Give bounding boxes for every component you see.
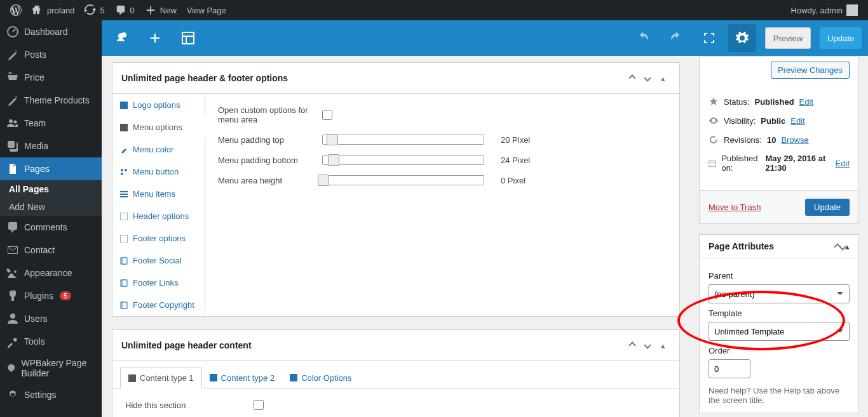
menu-contact[interactable]: Contact — [0, 239, 102, 261]
pin-icon — [709, 96, 719, 107]
htab-ct1[interactable]: Content type 1 — [120, 367, 202, 388]
template-select[interactable]: Unlimited Template — [709, 322, 850, 341]
pad-bottom-label: Menu padding bottom — [218, 156, 312, 165]
updates-link[interactable]: 5 — [79, 0, 109, 20]
vtab-menu-button[interactable]: Menu button — [112, 161, 205, 183]
wp-logo-editor[interactable] — [108, 24, 136, 52]
vtab-footer-links[interactable]: Footer Links — [112, 272, 205, 294]
menu-theme-products[interactable]: Theme Products — [0, 89, 102, 112]
box2-move-up[interactable] — [625, 338, 640, 353]
calendar-icon — [709, 158, 716, 168]
box-toggle[interactable]: ▴ — [655, 70, 670, 86]
publish-update-button[interactable]: Update — [805, 199, 850, 216]
published-row: Published on: May 29, 2016 at 21:30 Edit — [709, 154, 850, 173]
pad-bottom-value: 24 Pixel — [501, 156, 530, 165]
admin-bar: proland 5 0 New View Page Howdy, admin — [0, 0, 868, 20]
svg-rect-26 — [290, 374, 297, 381]
open-custom-checkbox[interactable] — [322, 110, 332, 120]
area-height-slider[interactable] — [322, 175, 484, 185]
new-content[interactable]: New — [140, 0, 182, 20]
vtab-logo[interactable]: Logo options — [112, 94, 205, 116]
menu-appearance[interactable]: Appearance — [0, 261, 102, 284]
comments-link[interactable]: 0 — [110, 0, 140, 20]
vtab-footer-social[interactable]: Footer Social — [112, 249, 205, 272]
vtab-menu[interactable]: Menu options — [112, 116, 205, 138]
hide-section-checkbox[interactable] — [254, 400, 264, 410]
main-content: Unlimited page header & footer options ▴… — [102, 56, 690, 417]
menu-pages[interactable]: Pages — [0, 157, 102, 180]
visibility-row: Visibility: Public Edit — [709, 116, 850, 126]
htab-ct2[interactable]: Content type 2 — [202, 367, 283, 388]
vtab-menu-color[interactable]: Menu color — [112, 138, 205, 161]
menu-settings[interactable]: Settings — [0, 383, 102, 406]
metabox-title: Unlimited page header & footer options — [121, 73, 625, 83]
menu-comments[interactable]: Comments — [0, 216, 102, 239]
box-move-down[interactable] — [640, 70, 655, 86]
order-input[interactable] — [709, 359, 750, 378]
pad-top-label: Menu padding top — [218, 135, 312, 145]
svg-rect-15 — [120, 196, 128, 197]
edit-visibility-link[interactable]: Edit — [790, 116, 804, 126]
menu-team[interactable]: Team — [0, 112, 102, 135]
ct1-panel: Hide this section Header content title — [112, 388, 679, 417]
svg-rect-5 — [182, 32, 194, 44]
parent-label: Parent — [709, 271, 850, 281]
menu-plugins[interactable]: Plugins5 — [0, 284, 102, 307]
svg-point-12 — [121, 173, 123, 175]
svg-point-11 — [125, 169, 127, 171]
menu-price[interactable]: Price — [0, 66, 102, 89]
svg-point-4 — [121, 32, 126, 37]
submenu-all-pages[interactable]: All Pages — [0, 180, 102, 198]
admin-sidebar: Dashboard Posts Price Theme Products Tea… — [0, 20, 102, 417]
page-attrs-heading: Page Attributes — [709, 241, 835, 251]
browse-revisions-link[interactable]: Browse — [781, 135, 808, 145]
attrs-move-down[interactable] — [840, 242, 845, 251]
parent-select[interactable]: (no parent) — [709, 284, 850, 303]
metabox-header-footer: Unlimited page header & footer options ▴… — [112, 62, 680, 317]
update-button[interactable]: Update — [820, 27, 862, 49]
preview-changes-button[interactable]: Preview Changes — [771, 62, 850, 79]
svg-rect-25 — [210, 374, 217, 381]
edit-date-link[interactable]: Edit — [836, 159, 850, 168]
settings-sidebar: Preview Changes Status: Published Edit V… — [690, 56, 868, 417]
svg-rect-17 — [120, 235, 128, 242]
view-page[interactable]: View Page — [182, 0, 231, 20]
box2-toggle[interactable]: ▴ — [655, 338, 670, 353]
submenu-add-new[interactable]: Add New — [0, 198, 102, 216]
htab-color[interactable]: Color Options — [282, 367, 359, 388]
svg-rect-24 — [128, 374, 136, 382]
howdy-account[interactable]: Howdy, admin — [786, 0, 863, 20]
svg-rect-13 — [120, 191, 128, 192]
svg-point-2 — [14, 121, 17, 124]
move-to-trash-link[interactable]: Move to Trash — [709, 202, 761, 212]
add-block-button[interactable] — [141, 24, 169, 52]
undo-button[interactable] — [629, 24, 657, 52]
pad-bottom-slider[interactable] — [322, 155, 484, 165]
pad-top-slider[interactable] — [322, 135, 484, 145]
fullscreen-button[interactable] — [695, 24, 723, 52]
vtab-menu-items[interactable]: Menu items — [112, 183, 205, 205]
settings-toggle[interactable] — [728, 24, 756, 52]
box-move-up[interactable] — [625, 70, 640, 86]
box2-move-down[interactable] — [640, 338, 655, 353]
preview-button[interactable]: Preview — [765, 27, 811, 49]
site-link[interactable]: proland — [27, 0, 79, 20]
layout-button[interactable] — [174, 24, 202, 52]
menu-posts[interactable]: Posts — [0, 43, 102, 66]
wp-logo[interactable] — [5, 0, 27, 20]
svg-point-10 — [121, 169, 123, 171]
vtab-footer[interactable]: Footer options — [112, 227, 205, 249]
avatar-icon — [846, 4, 858, 16]
vtab-header[interactable]: Header options — [112, 205, 205, 227]
svg-rect-9 — [120, 124, 128, 131]
menu-tools[interactable]: Tools — [0, 330, 102, 353]
menu-users[interactable]: Users — [0, 307, 102, 330]
plugins-count-badge: 5 — [60, 291, 71, 300]
redo-button[interactable] — [662, 24, 690, 52]
vtab-footer-copyright[interactable]: Footer Copyright — [112, 294, 205, 316]
menu-wpbakery[interactable]: WPBakery Page Builder — [0, 353, 102, 383]
menu-media[interactable]: Media — [0, 135, 102, 157]
edit-status-link[interactable]: Edit — [799, 97, 813, 107]
svg-rect-14 — [120, 194, 128, 195]
menu-dashboard[interactable]: Dashboard — [0, 20, 102, 43]
